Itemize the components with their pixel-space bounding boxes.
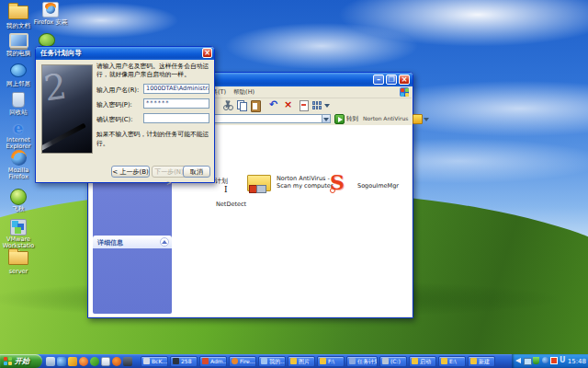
- desktop-icon-frog-shortcut[interactable]: [39, 33, 55, 47]
- icon-label: 我的电脑: [1, 51, 36, 57]
- cancel-button[interactable]: 取消: [183, 166, 210, 178]
- task-wizard-dialog: 任务计划向导 × 2 请输入用户名及密码。这样任务会自动运行，就好像用户亲自启动…: [35, 46, 215, 183]
- delete-icon[interactable]: ×: [284, 98, 292, 110]
- task-button[interactable]: Adm…: [199, 356, 227, 367]
- sogou-task-item[interactable]: S SogouImeMgr: [330, 171, 412, 197]
- taskbar: 开始 BcK… 258 Adm… Fire… 我的… 图片 F:\ 任务计划 (…: [0, 354, 588, 368]
- task-button[interactable]: 我的…: [258, 356, 286, 367]
- start-button[interactable]: 开始: [0, 354, 42, 368]
- show-desktop-icon[interactable]: [46, 357, 55, 366]
- sogou-tray-icon[interactable]: [550, 357, 558, 364]
- go-icon[interactable]: [334, 114, 345, 124]
- firefox-ql-icon[interactable]: [112, 357, 121, 366]
- norton-toolbar-icon[interactable]: [413, 114, 423, 124]
- desktop-icon-internet-explorer[interactable]: e Internet Explorer: [1, 120, 36, 150]
- task-button[interactable]: 新建: [468, 356, 495, 367]
- menu-help[interactable]: 帮助(H): [233, 88, 254, 97]
- desktop-screen: 我的文档 我的电脑 网上邻居 回收站 e Internet Explorer M…: [0, 0, 588, 368]
- xp-logo-icon: [400, 87, 409, 97]
- youdao-u-icon[interactable]: U: [560, 356, 566, 364]
- desktop-icon-my-computer[interactable]: 我的电脑: [1, 32, 36, 57]
- restore-button[interactable]: ❐: [386, 75, 397, 85]
- realplayer-icon[interactable]: [123, 357, 132, 366]
- task-button[interactable]: 任务计划: [346, 356, 378, 367]
- wizard-side-image: 2: [41, 64, 93, 154]
- task-button[interactable]: 258: [170, 356, 198, 367]
- wizard-intro-text: 请输入用户名及密码。这样任务会自动运行，就好像用户亲自启动的一样。: [96, 63, 210, 78]
- desktop-icon-my-documents[interactable]: 我的文档: [1, 3, 36, 29]
- task-button[interactable]: Fire…: [229, 356, 256, 367]
- ibeam-cursor-icon: I: [224, 185, 228, 194]
- wizard-close-button[interactable]: ×: [202, 48, 212, 58]
- icon-label: Internet Explorer: [1, 137, 36, 150]
- cut-icon[interactable]: [223, 100, 232, 110]
- views-dropdown-icon[interactable]: [324, 104, 330, 108]
- views-icon[interactable]: [312, 101, 322, 109]
- media-player-icon[interactable]: [79, 357, 88, 366]
- desktop-icon-feiq[interactable]: 飞秋: [1, 188, 36, 213]
- wizard-title: 任务计划向导: [40, 49, 82, 58]
- drive-icon: [382, 358, 389, 364]
- folder-icon: [290, 358, 297, 364]
- task-button[interactable]: F:\: [317, 356, 345, 367]
- go-label[interactable]: 转到: [346, 115, 358, 123]
- desktop-icon-firefox[interactable]: Mozilla Firefox: [1, 150, 36, 180]
- task-button[interactable]: 图片: [288, 356, 315, 367]
- app-icon: [173, 358, 179, 364]
- norton-task-icon-badge-gray: [256, 185, 266, 193]
- details-section-header[interactable]: 详细信息: [93, 236, 172, 248]
- sogou-icon-ring: [330, 188, 335, 193]
- folder-icon: [320, 358, 326, 364]
- start-label: 开始: [15, 356, 29, 366]
- undo-icon[interactable]: ↶: [269, 98, 277, 110]
- start-flag-icon: [4, 357, 12, 365]
- computer-icon: [261, 358, 267, 364]
- ie-icon[interactable]: [57, 357, 66, 366]
- task-button[interactable]: BcK…: [141, 356, 168, 367]
- back-button[interactable]: < 上一步(B): [111, 166, 150, 178]
- next-button[interactable]: 下一步(N) >: [152, 166, 187, 178]
- word-icon[interactable]: [101, 357, 110, 366]
- network-icon[interactable]: [524, 358, 532, 365]
- icon-label: server: [1, 269, 36, 275]
- minimize-button[interactable]: –: [373, 75, 384, 85]
- messenger-icon[interactable]: [542, 357, 548, 363]
- norton-toolbar-label[interactable]: Norton AntiVirus: [363, 115, 408, 121]
- confirm-password-label: 确认密码(C):: [96, 115, 133, 124]
- folder-icon: [441, 358, 447, 364]
- my-documents-icon: [8, 6, 28, 22]
- paste-icon[interactable]: [251, 100, 261, 112]
- desktop-icon-firefox-setup[interactable]: Firefox 安装: [33, 2, 68, 26]
- username-input[interactable]: 1000DTAE\Administrator: [143, 84, 209, 94]
- msn-icon[interactable]: [90, 357, 99, 366]
- folder-icon: [470, 358, 477, 364]
- copy-icon[interactable]: [237, 100, 247, 110]
- password-label: 输入密码(P):: [96, 100, 132, 109]
- volume-icon[interactable]: [515, 358, 521, 363]
- address-dropdown-button[interactable]: [322, 114, 331, 123]
- outlook-icon[interactable]: [68, 357, 77, 366]
- task-button[interactable]: (C:): [379, 356, 407, 367]
- network-places-icon: [8, 63, 28, 80]
- desktop-icon-server-folder[interactable]: server: [1, 248, 36, 275]
- confirm-password-input[interactable]: [143, 113, 209, 123]
- task-button[interactable]: E:\: [438, 356, 466, 367]
- tray-clock[interactable]: 15:48: [568, 358, 586, 365]
- desktop-icon-network-places[interactable]: 网上邻居: [1, 62, 36, 87]
- netdetect-item-label[interactable]: NetDetect: [216, 201, 246, 208]
- details-chevron-icon[interactable]: [160, 237, 169, 247]
- firefox-setup-icon: [40, 2, 61, 18]
- folder-icon: [412, 358, 418, 364]
- icon-label: 网上邻居: [1, 81, 36, 87]
- task-button[interactable]: 启动: [409, 356, 436, 367]
- wizard-titlebar[interactable]: 任务计划向导 ×: [36, 47, 214, 60]
- password-input[interactable]: ******: [143, 98, 209, 109]
- recycle-bin-icon: [8, 92, 28, 109]
- properties-icon[interactable]: [300, 100, 309, 111]
- details-header-label: 详细信息: [97, 238, 123, 247]
- desktop-icon-recycle-bin[interactable]: 回收站: [1, 91, 36, 116]
- shield-icon[interactable]: [533, 357, 539, 364]
- norton-dropdown-icon[interactable]: [424, 118, 429, 121]
- close-button[interactable]: ×: [399, 75, 410, 85]
- wizard-note: 如果不输入密码，计划的任务可能不能运行。: [96, 130, 212, 148]
